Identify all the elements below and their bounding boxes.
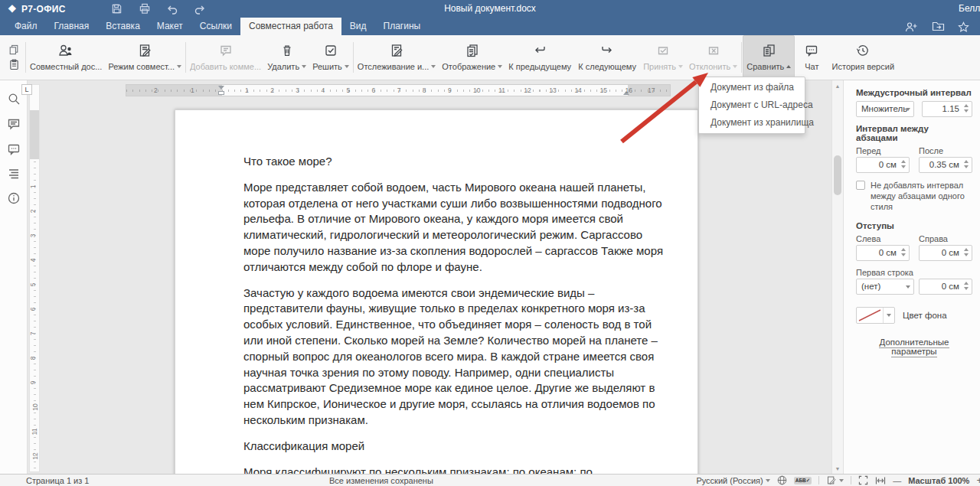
advanced-settings-link[interactable]: Дополнительные параметры [856,338,972,356]
compare-menu-item[interactable]: Документ из хранилища [699,114,805,132]
para-spacing-title: Интервал между абзацами [856,124,972,142]
statusbar-separator [818,476,819,484]
spinner-arrows-icon[interactable] [964,282,969,290]
chat-panel-button[interactable] [7,142,21,156]
spellcheck-button[interactable]: АБВ✓ [794,477,812,484]
compare-label: Сравнить [746,62,784,71]
chat-button[interactable]: Чат [795,35,828,80]
toolbar-separator [185,42,186,73]
set-language-button[interactable] [777,475,787,485]
track-changes-button[interactable]: Отслеживание и... [354,35,439,80]
scroll-up-arrow-icon[interactable]: ▲ [832,80,843,91]
star-icon [958,21,969,32]
first-line-type-select[interactable]: (нет) [856,279,914,295]
about-button[interactable] [7,191,21,205]
doc-heading: Что такое море? [243,154,663,170]
left-indent-marker[interactable] [218,91,224,95]
comments-panel-button[interactable] [7,117,21,131]
left-indent-spinner[interactable]: 0 см [856,245,910,261]
vertical-ruler[interactable]: 123456789101112 [29,84,40,472]
undo-button[interactable] [165,3,179,15]
horizontal-ruler[interactable]: 211234567891011121314151617 [126,84,671,96]
toolbar-separator [741,42,742,73]
color-dropdown-button[interactable] [883,308,894,323]
track-changes-status-button[interactable] [826,475,844,485]
left-sidebar [0,80,28,474]
coediting-mode-button[interactable]: Режим совмест... [105,35,185,80]
fit-page-icon [858,475,868,485]
first-line-value-spinner[interactable]: 0 см [919,279,972,295]
scrollbar-thumb[interactable] [834,155,841,195]
redo-button[interactable] [193,3,207,15]
vertical-scrollbar[interactable]: ▲ ▼ [831,80,843,474]
search-button[interactable] [7,92,21,106]
track-changes-icon [389,43,404,58]
background-color-picker[interactable] [856,307,895,324]
doc-paragraph: Зачастую у каждого водоема имеются свои … [243,285,663,429]
spacing-before-spinner[interactable]: 0 см [856,157,910,173]
right-indent-spinner[interactable]: 0 см [919,245,972,261]
tab-4[interactable]: Макет [149,18,191,35]
add-comment-button: Добавить комме... [187,35,264,80]
scroll-down-arrow-icon[interactable]: ▼ [832,463,843,474]
compare-button[interactable]: Сравнить [743,35,795,80]
version-history-button[interactable]: История версий [828,35,897,80]
spinner-arrows-icon[interactable] [901,160,906,168]
delete-comment-button[interactable]: Удалить [264,35,309,80]
tab-6[interactable]: Совместная работа [240,18,341,35]
next-change-button[interactable]: К следующему [574,35,640,80]
version-history-label: История версий [832,62,894,71]
language-label: Русский (Россия) [696,476,763,485]
first-line-indent-marker[interactable] [218,86,224,90]
ruler-number: 2 [270,86,274,94]
paste-button[interactable] [8,58,21,71]
accept-check-icon [655,43,671,58]
favorite-button[interactable] [958,21,969,32]
tab-1[interactable]: Файл [6,18,46,35]
checkbox-label: Не добавлять интервал между абзацами одн… [871,180,972,212]
chevron-down-icon [345,65,349,68]
logo-icon: ❖ [8,3,17,15]
spinner-arrows-icon[interactable] [901,248,906,256]
display-mode-button[interactable]: Отображение [439,35,505,80]
compare-menu-item[interactable]: Документ из файла [699,79,805,96]
search-icon [7,92,21,106]
zoom-level: Масштаб 100% [908,476,969,485]
tab-7[interactable]: Вид [341,18,375,35]
tab-5[interactable]: Ссылки [191,18,240,35]
ruler-number: 2 [29,210,37,214]
manage-access-button[interactable] [905,21,919,32]
line-spacing-type-select[interactable]: Множитель [856,101,914,117]
tab-2[interactable]: Главная [46,18,98,35]
spinner-arrows-icon[interactable] [964,160,969,168]
tab-3[interactable]: Вставка [97,18,149,35]
language-selector[interactable]: Русский (Россия) [696,476,769,485]
save-status: Все изменения сохранены [329,476,433,485]
save-button[interactable] [110,3,124,15]
spacing-after-spinner[interactable]: 0.35 см [919,157,972,173]
resolve-comment-button[interactable]: Решить [309,35,352,80]
paragraph-settings-panel: Междустрочный интервал Множитель 1.15 Ин… [843,80,980,474]
compare-menu-item[interactable]: Документ с URL-адреса [699,96,805,114]
copy-button[interactable] [8,44,20,56]
spinner-arrows-icon[interactable] [964,248,969,256]
line-spacing-value-spinner[interactable]: 1.15 [922,101,972,117]
fit-width-button[interactable] [875,476,886,485]
right-indent-label: Справа [919,234,972,243]
print-button[interactable] [138,3,152,15]
tab-stop-selector[interactable]: L [21,84,32,95]
tab-8[interactable]: Плагины [375,18,430,35]
dont-add-interval-checkbox[interactable] [856,181,865,190]
previous-change-button[interactable]: К предыдущему [505,35,574,80]
open-file-location-button[interactable] [932,21,945,31]
zoom-out-button[interactable]: — [893,476,901,485]
compare-documents-icon [761,43,776,58]
doc-paragraph: Море представляет собой водоем, часть Ми… [243,180,663,276]
zoom-in-button[interactable]: + [976,475,980,486]
sharing-settings-button[interactable]: Совместный дос... [27,35,105,80]
fit-page-button[interactable] [858,475,868,485]
title-bar: ❖ Р7-ОФИС Новый документ.docx Белл [0,0,980,18]
navigation-panel-button[interactable] [7,168,21,180]
document-page[interactable]: Что такое море? Море представляет собой … [175,109,698,474]
spinner-arrows-icon[interactable] [964,104,969,113]
